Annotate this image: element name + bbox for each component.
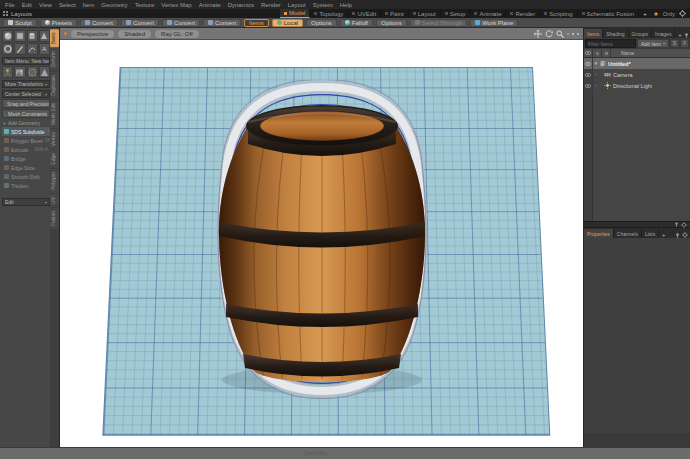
center-selected-dropdown[interactable]: Center Selected (2, 90, 50, 98)
menu-texture[interactable]: Texture (135, 2, 155, 8)
item-menu-dropdown[interactable]: Item Menu: New Item (2, 57, 50, 65)
tool-smooth-shift[interactable]: Smooth Shift (2, 172, 50, 181)
vtab-polygon[interactable]: Polygon (50, 169, 59, 193)
render-column-icon[interactable] (593, 49, 602, 57)
tool-bridge[interactable]: Bridge (2, 154, 50, 163)
menu-edit[interactable]: Edit (22, 2, 32, 8)
work-plane-button[interactable]: Work Plane (470, 19, 518, 27)
tool-polygon-bevel[interactable]: Polygon Bevel Shift-B (2, 136, 50, 145)
vtab-fusion[interactable]: Fusion (50, 208, 59, 229)
pin-icon[interactable] (675, 233, 680, 238)
tab-render[interactable]: Render (506, 9, 540, 18)
panel-divider-handle[interactable] (584, 221, 690, 228)
tab-properties[interactable]: Properties (584, 229, 614, 238)
menu-render[interactable]: Render (261, 2, 281, 8)
sculpt-button[interactable]: Sculpt (3, 19, 37, 27)
options-button-1[interactable]: Options (306, 19, 337, 27)
vtab-duplicate[interactable]: Duplicate (50, 72, 59, 99)
tool-extrude[interactable]: Extrude Shift-X (2, 145, 50, 154)
tab-model[interactable]: Model (280, 9, 310, 18)
menu-select[interactable]: Select (59, 2, 76, 8)
options-button-2[interactable]: Options (376, 19, 407, 27)
instance-item-button[interactable] (27, 66, 38, 78)
tab-uvedit[interactable]: UVEdit (348, 9, 381, 18)
only-toggle[interactable]: Only (663, 11, 675, 17)
gear-icon[interactable] (679, 10, 686, 17)
tab-groups[interactable]: Groups (629, 29, 652, 38)
menu-help[interactable]: Help (340, 2, 352, 8)
tab-scripting[interactable]: Scripting (540, 9, 577, 18)
list-filter-button[interactable]: F (680, 39, 689, 48)
pen-tool-button[interactable] (14, 43, 25, 55)
tab-images[interactable]: Images (652, 29, 675, 38)
mesh-constraints-button[interactable]: Mesh Constraints (2, 109, 50, 118)
list-item-mesh[interactable]: Untitled* (584, 58, 690, 69)
add-item-dropdown[interactable]: Add Item (637, 39, 669, 48)
favorite-star-icon[interactable]: ★ (653, 11, 658, 17)
menu-dynamics[interactable]: Dynamics (228, 2, 254, 8)
tab-lists[interactable]: Lists (642, 229, 659, 238)
tab-layout[interactable]: Layout (409, 9, 441, 18)
more-transforms-dropdown[interactable]: More Transforms (2, 80, 50, 88)
list-item-light[interactable]: Directional Light (584, 80, 690, 91)
items-mode-button[interactable]: Items (244, 19, 269, 27)
vtab-mesh-edit[interactable]: Mesh Edit (50, 100, 59, 128)
convert-button-3[interactable]: Convert (162, 19, 200, 27)
orbit-icon[interactable] (545, 30, 553, 38)
menu-vertex-map[interactable]: Vertex Map (161, 2, 191, 8)
convert-button-2[interactable]: Convert (121, 19, 159, 27)
barrel-mesh[interactable] (196, 80, 448, 405)
lock-column-icon[interactable] (602, 49, 611, 57)
pan-icon[interactable] (534, 30, 542, 38)
pin-icon[interactable] (674, 222, 679, 227)
list-options-button[interactable]: S (670, 39, 679, 48)
camera-view-selector[interactable]: Perspective (71, 30, 114, 38)
menu-view[interactable]: View (39, 2, 52, 8)
gear-icon[interactable] (682, 232, 688, 238)
tab-setup[interactable]: Setup (441, 9, 471, 18)
tab-schematic-fusion[interactable]: Schematic Fusion (578, 9, 640, 18)
add-geometry-section-label[interactable]: +Add Geometry (3, 120, 50, 126)
presets-button[interactable]: Presets (40, 19, 77, 27)
curve-tool-button[interactable] (27, 43, 38, 55)
layouts-switcher[interactable]: Layouts (0, 11, 280, 17)
menu-layout[interactable]: Layout (288, 2, 306, 8)
list-item-camera[interactable]: Camera (584, 69, 690, 80)
eye-icon[interactable] (584, 69, 593, 80)
cube-primitive-button[interactable] (14, 30, 25, 42)
torus-primitive-button[interactable] (2, 43, 13, 55)
convert-button-4[interactable]: Convert (203, 19, 241, 27)
edit-dropdown[interactable]: Edit (2, 198, 50, 206)
filter-items-input[interactable] (585, 39, 636, 48)
tab-paint[interactable]: Paint (381, 9, 409, 18)
raygl-toggle[interactable]: Ray GL: Off (155, 30, 199, 38)
tool-sds-subdivide[interactable]: SDS Subdivide ⇧D (2, 127, 50, 136)
tab-animate[interactable]: Animate (470, 9, 506, 18)
tab-topology[interactable]: Topology (310, 9, 348, 18)
menu-system[interactable]: System (313, 2, 333, 8)
cone-primitive-button[interactable] (39, 30, 50, 42)
item-list-body[interactable]: Untitled* Camera (584, 58, 690, 221)
eye-icon[interactable] (584, 80, 593, 91)
snap-precision-button[interactable]: Snap and Precision (2, 99, 50, 108)
tab-shading[interactable]: Shading (603, 29, 628, 38)
tab-channels[interactable]: Channels (614, 229, 642, 238)
gear-icon[interactable] (681, 222, 687, 228)
viewport-option-dot-icon[interactable] (577, 33, 579, 35)
locator-item-button[interactable] (2, 66, 13, 78)
tab-items[interactable]: Items (584, 29, 603, 38)
tool-edge-slice[interactable]: Edge Slice (2, 163, 50, 172)
pin-icon[interactable] (684, 33, 689, 38)
vtab-basic[interactable]: Basic (50, 29, 59, 47)
zoom-icon[interactable] (556, 30, 564, 38)
add-layout-tab-button[interactable]: + (639, 11, 651, 17)
tool-thicken[interactable]: Thicken (2, 181, 50, 190)
vtab-uv[interactable]: UV (50, 194, 59, 207)
viewport-3d-canvas[interactable] (60, 40, 583, 447)
cylinder-primitive-button[interactable] (27, 30, 38, 42)
viewport-menu-dot-icon[interactable] (64, 32, 67, 35)
menu-item[interactable]: Item (83, 2, 95, 8)
local-mode-button[interactable]: Local (272, 19, 303, 27)
vtab-edge[interactable]: Edge (50, 150, 59, 168)
add-panel-tab-button[interactable]: + (675, 32, 684, 38)
